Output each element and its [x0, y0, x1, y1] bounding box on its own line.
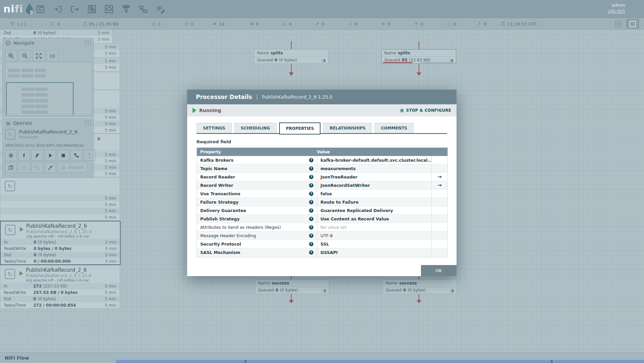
stat-time: 5 min	[105, 159, 116, 163]
zoom-out-button[interactable]	[19, 50, 31, 61]
connection-label[interactable]: NamesplitsQueued85(22.63 KB)◑	[381, 49, 456, 64]
connection-label[interactable]: NamesuccessQueued0(0 bytes)◑	[255, 279, 329, 294]
delete-button: DELETE	[57, 162, 87, 173]
connection-line[interactable]	[291, 276, 292, 279]
minimap[interactable]	[5, 62, 92, 115]
navigate-collapse-button[interactable]: −	[85, 40, 91, 46]
output-port-icon[interactable]	[70, 5, 79, 14]
help-icon[interactable]: ?	[309, 242, 313, 246]
stop-and-configure-button[interactable]: STOP & CONFIGURE	[399, 108, 451, 113]
breadcrumb[interactable]: NiFi Flow	[5, 355, 29, 361]
color-button[interactable]	[44, 162, 56, 173]
status-locally-modified: 0	[381, 18, 390, 30]
fit-button[interactable]	[33, 50, 45, 61]
processor-header: ↻PublishKafkaRecord_2_6PublishKafkaRecor…	[0, 265, 120, 283]
stat-value: 0 / 00:00:00.000	[34, 259, 71, 264]
property-name: SASL Mechanism	[200, 250, 240, 255]
navigate-panel: Navigate − |:|	[2, 38, 94, 117]
help-icon[interactable]: ?	[309, 250, 313, 255]
help-icon[interactable]: ?	[309, 225, 313, 229]
grid-view-button[interactable]	[614, 20, 623, 28]
stat-value: 0 bytes / 0 bytes	[34, 246, 72, 251]
tab-settings[interactable]: SETTINGS	[197, 123, 232, 133]
status-running-value: 14	[219, 21, 225, 27]
backpressure-size-bar	[420, 62, 453, 63]
template-icon[interactable]	[139, 5, 148, 14]
scrollbar-tick	[551, 360, 553, 363]
logout-link[interactable]: LOG OUT	[608, 9, 625, 14]
stat-value: 0	[34, 253, 36, 257]
tab-relationships[interactable]: RELATIONSHIPS	[323, 123, 372, 133]
start-button[interactable]	[44, 150, 56, 161]
tab-scheduling[interactable]: SCHEDULING	[234, 123, 276, 133]
tab-comments[interactable]: COMMENTS	[375, 123, 414, 133]
disabled-icon	[315, 21, 320, 26]
help-icon[interactable]: ?	[309, 208, 313, 213]
tab-properties[interactable]: PROPERTIES	[279, 122, 320, 135]
go-to-service-icon[interactable]: →	[437, 174, 442, 180]
minimap-viewport[interactable]	[6, 82, 74, 115]
input-port-icon[interactable]	[53, 5, 62, 14]
stat-label: Tasks/Time	[4, 303, 33, 308]
help-icon[interactable]: ?	[309, 175, 313, 179]
stat-label: Out	[4, 253, 34, 257]
stop-button[interactable]	[57, 150, 69, 161]
processor-icon[interactable]	[36, 5, 45, 14]
zoom-in-button[interactable]	[5, 50, 17, 61]
navigate-title: Navigate	[13, 40, 35, 46]
processor[interactable]: ↻PublishKafkaRecord_2_6PublishKafkaRecor…	[0, 265, 120, 309]
processor[interactable]: ↻5 min5 min5 min5 min	[0, 177, 120, 221]
svg-text:?: ?	[478, 21, 480, 26]
copy-button[interactable]	[5, 162, 17, 173]
status-not-transmitting-value: 0	[191, 21, 194, 27]
help-icon[interactable]: ?	[309, 192, 313, 196]
connection-label[interactable]: NamesuccessQueued0(0 bytes)◑	[383, 279, 457, 294]
up-to-date-icon	[348, 21, 353, 26]
status-stopped: 0	[249, 18, 259, 30]
operate-collapse-button[interactable]: −	[85, 120, 91, 126]
stat-value: 0	[34, 240, 36, 245]
funnel-icon[interactable]	[122, 5, 131, 14]
help-icon[interactable]: ?	[309, 217, 313, 221]
help-icon[interactable]: ?	[309, 234, 313, 238]
process-group-icon[interactable]	[87, 5, 96, 14]
connection-line[interactable]	[419, 276, 419, 279]
actual-size-button[interactable]: |:|	[46, 50, 58, 61]
property-cell: SASL Mechanism?	[197, 250, 317, 255]
running-icon	[19, 271, 23, 276]
canvas-view-toggle-button[interactable]	[626, 19, 639, 29]
go-to-service-icon[interactable]: →	[437, 182, 442, 188]
value-column-header: Value	[313, 149, 428, 154]
help-icon[interactable]: ?	[309, 183, 313, 188]
status-row: Running STOP & CONFIGURE	[187, 104, 457, 116]
label-icon[interactable]	[156, 5, 165, 14]
value-cell: No value set	[317, 223, 431, 231]
help-icon[interactable]: ?	[309, 166, 313, 171]
stat-row: Out0(0 bytes)5 min	[1, 252, 120, 258]
processor-type: PublishKafkaRecord_2_6 1.25.0	[26, 273, 91, 278]
property-name: Publish Strategy	[200, 216, 240, 221]
property-cell: Topic Name?	[197, 166, 317, 171]
stat-row: Read/Write257.53 KB / 0 bytes5 min	[0, 289, 120, 296]
template-button[interactable]	[71, 150, 82, 161]
operate-component-name: PublishKafkaRecord_2_6	[19, 129, 78, 135]
connection-name-row: Namesplits	[382, 50, 456, 56]
square-icon	[630, 21, 636, 27]
processor[interactable]: ↻PublishKafkaRecord_2_6PublishKafkaRecor…	[0, 221, 121, 265]
queued-size: (0 bytes)	[407, 288, 426, 293]
horizontal-scrollbar[interactable]	[116, 360, 644, 363]
enable-button[interactable]	[18, 150, 30, 161]
processor-header: ↻PublishKafkaRecord_2_6PublishKafkaRecor…	[1, 221, 120, 239]
remote-process-group-icon[interactable]	[104, 5, 114, 14]
configure-button[interactable]	[5, 150, 17, 161]
property-row: Attributes to Send as Headers (Regex)?No…	[197, 223, 447, 231]
status-invalid-value: 0	[289, 21, 292, 27]
nifi-droplet-icon	[24, 3, 35, 15]
stale-icon	[414, 21, 419, 26]
help-icon[interactable]: ?	[309, 200, 313, 204]
help-icon[interactable]: ?	[309, 158, 313, 162]
refresh-icon[interactable]	[501, 21, 505, 26]
ok-button[interactable]: OK	[421, 265, 457, 276]
disable-button[interactable]	[31, 150, 43, 161]
connection-label[interactable]: NamesplitsQueued0(0 bytes)◑	[254, 49, 329, 64]
